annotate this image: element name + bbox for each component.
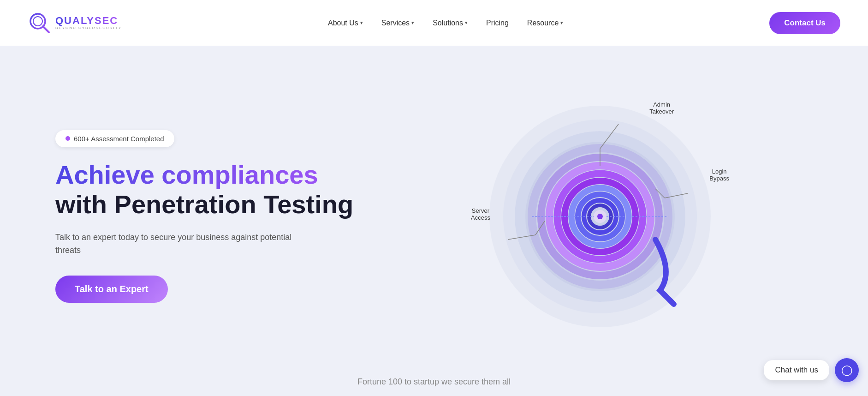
svg-line-2 bbox=[43, 26, 49, 32]
label-server-access: ServerAccess bbox=[471, 207, 490, 221]
svg-point-1 bbox=[33, 17, 42, 26]
nav-item-about[interactable]: About Us ▾ bbox=[328, 19, 363, 27]
chevron-down-icon: ▾ bbox=[360, 20, 363, 26]
spiral-svg bbox=[480, 96, 720, 336]
badge-dot bbox=[65, 136, 70, 141]
navbar: QUALYSEC BEYOND CYBERSECURITY About Us ▾… bbox=[0, 0, 868, 46]
label-login-bypass: LoginBypass bbox=[709, 168, 729, 182]
contact-us-button[interactable]: Contact Us bbox=[769, 12, 840, 34]
chat-label: Chat with us bbox=[764, 360, 829, 380]
nav-links: About Us ▾ Services ▾ Solutions ▾ Pricin… bbox=[328, 19, 563, 27]
nav-item-solutions[interactable]: Solutions ▾ bbox=[433, 19, 468, 27]
nav-link-pricing[interactable]: Pricing bbox=[486, 19, 509, 27]
nav-item-resource[interactable]: Resource ▾ bbox=[527, 19, 563, 27]
bottom-tagline: Fortune 100 to startup we secure them al… bbox=[357, 377, 511, 387]
chevron-down-icon: ▾ bbox=[411, 20, 414, 26]
spiral-graphic: AdminTakeover LoginBypass ServerAccess bbox=[480, 96, 720, 336]
logo-tagline: BEYOND CYBERSECURITY bbox=[55, 26, 122, 30]
logo-text: QUALYSEC BEYOND CYBERSECURITY bbox=[55, 15, 122, 30]
hero-content-right: AdminTakeover LoginBypass ServerAccess bbox=[369, 78, 831, 355]
svg-point-17 bbox=[597, 214, 603, 219]
nav-link-services[interactable]: Services ▾ bbox=[381, 19, 414, 27]
hero-section: 600+ Assessment Completed Achieve compli… bbox=[0, 46, 868, 396]
chat-icon: ◯ bbox=[841, 364, 853, 376]
hero-heading-colored: Achieve compliances bbox=[55, 160, 369, 190]
hero-subtext: Talk to an expert today to secure your b… bbox=[55, 231, 304, 258]
chevron-down-icon: ▾ bbox=[560, 20, 563, 26]
logo[interactable]: QUALYSEC BEYOND CYBERSECURITY bbox=[28, 11, 122, 35]
hero-content-left: 600+ Assessment Completed Achieve compli… bbox=[55, 130, 369, 303]
logo-icon bbox=[28, 11, 52, 35]
assessment-badge: 600+ Assessment Completed bbox=[55, 130, 174, 147]
label-admin-takeover: AdminTakeover bbox=[649, 101, 674, 115]
nav-item-services[interactable]: Services ▾ bbox=[381, 19, 414, 27]
talk-to-expert-button[interactable]: Talk to an Expert bbox=[55, 276, 168, 303]
chat-widget: Chat with us ◯ bbox=[764, 358, 859, 382]
hero-heading-dark: with Penetration Testing bbox=[55, 190, 369, 219]
chat-button[interactable]: ◯ bbox=[835, 358, 859, 382]
badge-text: 600+ Assessment Completed bbox=[74, 135, 164, 143]
nav-link-about[interactable]: About Us ▾ bbox=[328, 19, 363, 27]
logo-name: QUALYSEC bbox=[55, 15, 122, 26]
nav-link-solutions[interactable]: Solutions ▾ bbox=[433, 19, 468, 27]
nav-link-resource[interactable]: Resource ▾ bbox=[527, 19, 563, 27]
nav-item-pricing[interactable]: Pricing bbox=[486, 19, 509, 27]
chevron-down-icon: ▾ bbox=[465, 20, 468, 26]
